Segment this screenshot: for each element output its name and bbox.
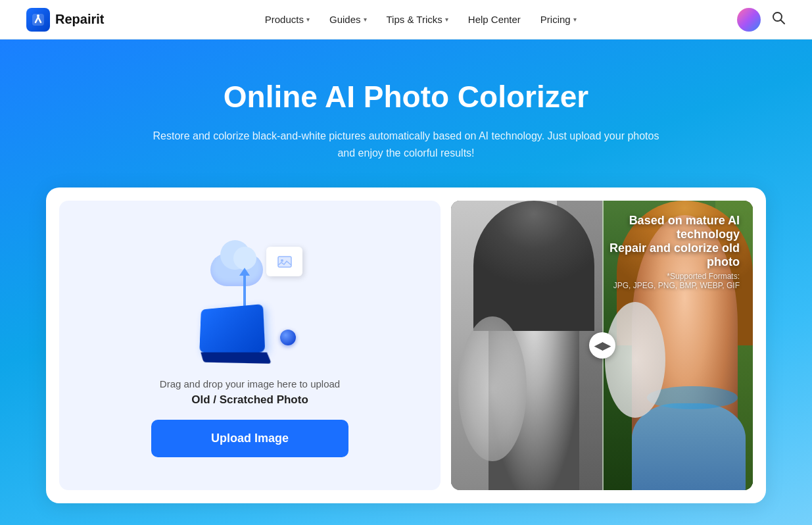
after-image: Based on mature AI technology Repair and…: [602, 201, 753, 490]
search-icon[interactable]: [771, 11, 786, 28]
overlay-line1: Based on mature AI technology: [602, 214, 740, 241]
chevron-down-icon: ▾: [445, 16, 448, 23]
logo[interactable]: Repairit: [26, 8, 104, 32]
svg-rect-4: [278, 257, 291, 267]
upload-panel: Drag and drop your image here to upload …: [59, 201, 441, 490]
nav-item-guides[interactable]: Guides ▾: [322, 9, 375, 30]
overlay-line2: Repair and colorize old photo: [602, 241, 740, 269]
nav-item-products[interactable]: Products ▾: [257, 9, 318, 30]
svg-point-1: [37, 14, 39, 17]
hero-section: Online AI Photo Colorizer Restore and co…: [0, 39, 812, 525]
svg-line-3: [781, 20, 785, 24]
decorative-circle: [280, 330, 296, 345]
before-after-container: Based on mature AI technology Repair and…: [451, 201, 753, 490]
hero-subtitle: Restore and colorize black-and-white pic…: [143, 128, 669, 161]
main-card: Drag and drop your image here to upload …: [46, 188, 766, 503]
before-image: [451, 201, 602, 490]
bw-portrait: [451, 201, 602, 490]
nav-right-actions: [737, 8, 786, 32]
nav-item-help-center[interactable]: Help Center: [460, 9, 529, 30]
preview-panel: Based on mature AI technology Repair and…: [451, 201, 753, 490]
image-card-icon: [266, 247, 302, 276]
upload-text-area: Drag and drop your image here to upload …: [151, 378, 348, 457]
nav-item-tips-tricks[interactable]: Tips & Tricks ▾: [379, 9, 456, 30]
nav-menu: Products ▾ Guides ▾ Tips & Tricks ▾ Help…: [138, 9, 703, 30]
left-right-arrow-icon: ◀▶: [594, 339, 610, 352]
overlay-line3: *Supported Formats:: [602, 272, 740, 281]
logo-text: Repairit: [55, 12, 104, 27]
navbar: Repairit Products ▾ Guides ▾ Tips & Tric…: [0, 0, 812, 39]
chevron-down-icon: ▾: [573, 16, 577, 23]
divider-handle[interactable]: ◀▶: [589, 332, 615, 359]
page-title: Online AI Photo Colorizer: [26, 79, 786, 114]
overlay-line4: JPG, JPEG, PNG, BMP, WEBP, GIF: [602, 281, 740, 290]
upload-button[interactable]: Upload Image: [151, 420, 348, 457]
logo-icon: [26, 8, 50, 32]
cloud-shape: [210, 253, 263, 286]
upload-illustration: [184, 234, 316, 365]
svg-point-5: [281, 259, 283, 262]
cube-shape: [199, 304, 265, 353]
preview-overlay-text: Based on mature AI technology Repair and…: [602, 214, 740, 290]
nav-item-pricing[interactable]: Pricing ▾: [533, 9, 585, 30]
chevron-down-icon: ▾: [306, 16, 310, 23]
file-type-label: Old / Scratched Photo: [151, 393, 348, 407]
drag-drop-text: Drag and drop your image here to upload: [151, 378, 348, 389]
avatar[interactable]: [737, 8, 761, 32]
chevron-down-icon: ▾: [364, 16, 367, 23]
